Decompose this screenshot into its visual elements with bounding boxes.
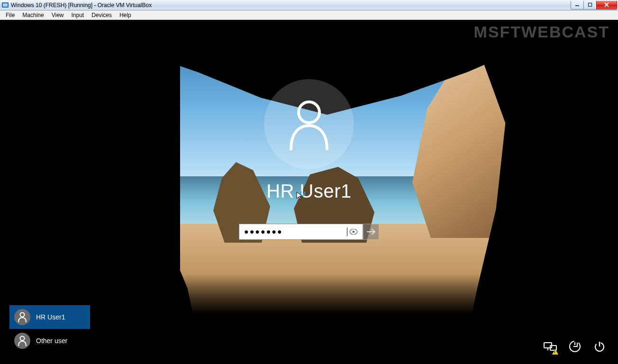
svg-point-12 [20,337,25,341]
password-field-container: ●●●●●●● [239,224,363,240]
menu-devices[interactable]: Devices [88,11,116,19]
wallpaper-cave [0,274,618,364]
maximize-button[interactable] [583,1,597,9]
person-icon [18,312,27,322]
arrow-right-icon [366,228,376,235]
password-input[interactable]: ●●●●●●● [244,228,349,236]
virtualbox-icon [1,1,9,9]
svg-point-11 [20,313,25,317]
reveal-password-button[interactable] [347,224,360,239]
watermark-text: MSFTWEBCAST [474,23,609,41]
selected-username: HR User1 [266,181,352,202]
host-titlebar: Windows 10 (FRESH) [Running] - Oracle VM… [0,0,618,10]
avatar [14,309,30,325]
menu-view[interactable]: View [48,11,68,19]
guest-screen: MSFTWEBCAST HR User1 ●●●●●●● [0,20,618,364]
ease-of-access-button[interactable] [568,339,582,354]
login-tray [543,339,607,354]
host-menubar: File Machine View Input Devices Help [0,10,618,20]
network-button[interactable] [543,339,557,354]
svg-point-6 [299,102,319,123]
submit-button[interactable] [363,224,379,240]
user-tile-other-user[interactable]: Other user [9,329,90,353]
svg-rect-1 [3,3,8,7]
password-row: ●●●●●●● [239,224,379,240]
person-icon [285,98,333,150]
ease-of-access-icon [569,340,581,353]
power-button[interactable] [592,339,607,354]
menu-file[interactable]: File [2,11,18,19]
svg-rect-3 [589,3,592,7]
user-tile-hr-user1[interactable]: HR User1 [9,305,90,329]
login-panel: HR User1 ●●●●●●● [239,79,379,240]
host-window-title: Windows 10 (FRESH) [Running] - Oracle VM… [11,2,152,9]
user-switcher: HR User1 Other user [9,305,90,353]
host-window-controls [571,1,617,9]
minimize-button[interactable] [571,1,584,9]
person-icon [18,336,27,346]
power-icon [593,340,606,353]
user-tile-label: HR User1 [36,313,65,321]
user-avatar [264,79,354,169]
eye-icon [349,229,358,235]
avatar [14,333,30,349]
user-tile-label: Other user [36,337,67,345]
menu-input[interactable]: Input [68,11,88,19]
svg-point-9 [353,231,355,233]
menu-machine[interactable]: Machine [18,11,47,19]
menu-help[interactable]: Help [116,11,135,19]
close-button[interactable] [596,1,617,9]
